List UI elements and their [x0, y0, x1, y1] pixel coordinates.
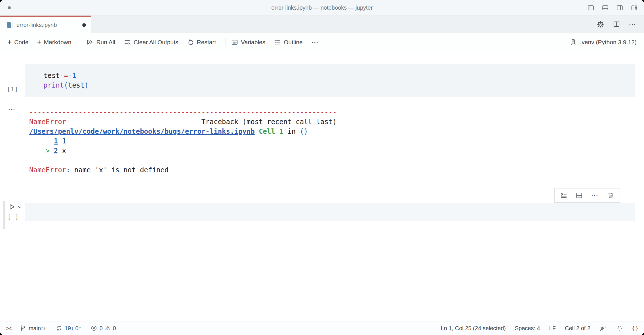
outline-label: Outline	[284, 39, 303, 46]
problems-status[interactable]: 0 ⚠ 0	[91, 325, 116, 332]
braces-indicator[interactable]: { }	[632, 325, 638, 332]
eol-status[interactable]: LF	[549, 325, 556, 332]
cell-2-gutter: [ ]	[0, 203, 25, 221]
delete-cell-icon[interactable]	[607, 192, 614, 199]
feedback-icon[interactable]	[599, 325, 607, 332]
chevron-down-icon	[18, 205, 22, 209]
toolbar-separator	[226, 38, 226, 46]
play-icon	[7, 203, 16, 211]
cell-more-actions-icon[interactable]: ⋯	[591, 192, 599, 199]
window-control-dot[interactable]	[8, 6, 11, 9]
plus-icon: +	[37, 38, 41, 46]
split-cell-icon[interactable]	[575, 192, 583, 199]
add-code-label: Code	[14, 39, 28, 46]
execution-count: [1]	[7, 86, 18, 93]
add-markdown-label: Markdown	[44, 39, 71, 46]
output-options-icon[interactable]: ⋯	[8, 105, 16, 114]
branch-label: main*+	[29, 325, 47, 332]
more-actions-icon: ⋯	[311, 39, 319, 46]
titlebar-actions	[587, 0, 638, 15]
error-count: 0	[100, 325, 103, 332]
execute-above-cells-icon[interactable]	[560, 192, 567, 199]
notebook-file-icon	[6, 21, 13, 29]
toggle-secondary-sidebar-icon[interactable]	[616, 4, 623, 11]
svg-text:(x): (x)	[233, 41, 237, 44]
run-cell-button[interactable]	[7, 203, 22, 211]
tabbar-actions: ⋯	[597, 16, 637, 33]
traceback-lines: ----------------------------------------…	[29, 107, 635, 175]
cell-hover-toolbar: ⋯	[554, 188, 620, 203]
add-markdown-cell-button[interactable]: + Markdown	[37, 39, 71, 46]
warnings-icon: ⚠	[105, 325, 111, 331]
outline-button[interactable]: Outline	[274, 39, 303, 46]
git-branch-status[interactable]: main*+	[20, 325, 47, 332]
kernel-picker-button[interactable]: .venv (Python 3.9.12)	[569, 39, 637, 46]
cell-1-output: ⋯ --------------------------------------…	[0, 107, 644, 175]
notifications-bell-icon[interactable]	[616, 325, 623, 332]
tab-label: error-links.ipynb	[16, 22, 79, 28]
traceback-link[interactable]: 2	[54, 147, 58, 155]
restart-kernel-button[interactable]: Restart	[187, 39, 216, 46]
execution-count: [ ]	[7, 213, 19, 220]
traceback-output: ----------------------------------------…	[25, 107, 635, 175]
toolbar-more-actions[interactable]: ⋯	[311, 39, 319, 46]
run-all-icon	[86, 39, 94, 46]
customize-layout-icon[interactable]	[631, 4, 638, 11]
traceback-link[interactable]: /Users/penlv/code/work/notebooks/bugs/er…	[29, 128, 255, 135]
git-branch-icon	[20, 325, 26, 332]
toolbar-separator	[81, 38, 81, 46]
add-code-cell-button[interactable]: + Code	[7, 39, 28, 46]
restart-label: Restart	[197, 39, 216, 46]
toggle-primary-sidebar-icon[interactable]	[587, 4, 594, 11]
cell-1-code-editor[interactable]: test·=·1print(test)	[25, 64, 635, 97]
clear-all-outputs-label: Clear All Outputs	[134, 39, 178, 46]
variables-icon: (x)	[231, 39, 238, 46]
code-cell-2-wrapper: ⋯ [ ]	[0, 203, 644, 221]
notebook-settings-gear-icon[interactable]	[597, 20, 604, 28]
sync-changes-status[interactable]: 19↓ 0↑	[56, 325, 81, 332]
split-editor-icon[interactable]	[613, 20, 620, 28]
title-bar: error-links.ipynb — notebooks — jupyter	[0, 0, 644, 16]
toggle-panel-icon[interactable]	[602, 4, 609, 11]
errors-icon	[91, 325, 97, 332]
plus-icon: +	[7, 38, 12, 46]
status-bar-right: Ln 1, Col 25 (24 selected) Spaces: 4 LF …	[441, 325, 638, 332]
variables-label: Variables	[241, 39, 265, 46]
output-gutter: ⋯	[0, 107, 25, 175]
variables-button[interactable]: (x) Variables	[231, 39, 265, 46]
outline-icon	[274, 39, 281, 46]
cell-1-gutter: [1]	[0, 64, 25, 97]
cell-1-code: test·=·1print(test)	[43, 71, 628, 90]
warning-count: 0	[113, 325, 116, 332]
restart-icon	[187, 39, 194, 46]
cell-focus-indicator	[3, 201, 5, 229]
notebook-toolbar: + Code + Markdown Run All Clear All Outp…	[0, 33, 644, 52]
clear-all-outputs-button[interactable]: Clear All Outputs	[124, 39, 178, 46]
tab-error-links[interactable]: error-links.ipynb	[0, 16, 91, 33]
more-actions-icon[interactable]: ⋯	[629, 20, 637, 28]
kernel-environment-icon	[569, 39, 577, 46]
run-all-button[interactable]: Run All	[86, 39, 115, 46]
clear-outputs-icon	[124, 39, 131, 46]
tab-bar: error-links.ipynb ⋯	[0, 16, 644, 33]
code-cell-1: [1] test·=·1print(test)	[0, 64, 644, 97]
window-title: error-links.ipynb — notebooks — jupyter	[272, 5, 373, 11]
cell-2-code-editor[interactable]	[25, 203, 635, 221]
run-all-label: Run All	[96, 39, 115, 46]
unsaved-changes-dot[interactable]	[82, 23, 86, 27]
sync-icon	[56, 325, 62, 332]
vscode-window: error-links.ipynb — notebooks — jupyter …	[0, 0, 644, 335]
notebook-editor: [1] test·=·1print(test) ⋯ --------------…	[0, 52, 644, 321]
status-bar-left: >< main*+ 19↓ 0↑ 0 ⚠ 0	[6, 325, 116, 332]
indentation-status[interactable]: Spaces: 4	[515, 325, 540, 332]
code-cell-2: [ ]	[0, 203, 644, 221]
sync-count-label: 19↓ 0↑	[65, 325, 81, 332]
kernel-label: .venv (Python 3.9.12)	[580, 39, 637, 46]
traceback-link[interactable]: 1	[54, 137, 58, 145]
remote-window-icon[interactable]: ><	[6, 325, 10, 331]
cursor-position-status[interactable]: Ln 1, Col 25 (24 selected)	[441, 325, 506, 332]
cell-position-status[interactable]: Cell 2 of 2	[565, 325, 590, 332]
status-bar: >< main*+ 19↓ 0↑ 0 ⚠ 0 Ln 1, Col 25 (24 …	[0, 321, 644, 335]
